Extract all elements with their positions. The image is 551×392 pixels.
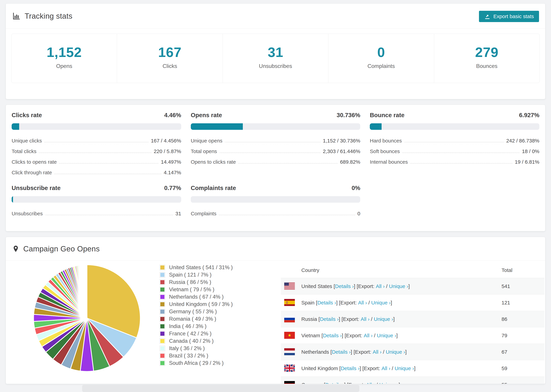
rate-head: Opens rate30.736% <box>191 112 360 119</box>
export-unique-link-vietnam[interactable]: Unique › <box>377 333 396 338</box>
legend-item-brazil[interactable]: Brazil ( 33 / 2% ) <box>160 352 233 359</box>
export-all-link-germany[interactable]: All › <box>366 382 375 384</box>
table-row-united-kingdom: United Kingdom [Details ›] [Export: All … <box>281 360 544 377</box>
dotted-leader <box>54 174 161 174</box>
export-unique-link-united-states[interactable]: Unique › <box>389 283 408 289</box>
stat-value: 1,152 <box>11 44 117 60</box>
total-header: Total <box>502 267 544 273</box>
legend-swatch <box>160 272 165 277</box>
details-link-netherlands[interactable]: Details › <box>332 349 351 355</box>
stat-label: Unsubscribes <box>223 63 328 69</box>
page: { "colors":{"accent":"#1a8da4","progress… <box>0 0 551 392</box>
horizontal-scrollbar-thumb[interactable] <box>82 385 359 392</box>
stat-value: 167 <box>117 44 222 60</box>
legend-item-india[interactable]: India ( 46 / 3% ) <box>160 322 233 330</box>
export-all-link-united-kingdom[interactable]: All › <box>381 365 390 371</box>
export-all-link-united-states[interactable]: All › <box>376 283 385 289</box>
export-all-link-spain[interactable]: All › <box>358 300 367 306</box>
rate-row-unique-clicks: Unique clicks167 / 4.456% <box>12 136 181 146</box>
details-link-russia[interactable]: Details › <box>320 316 339 322</box>
country-cell: Vietnam [Details ›] [Export: All › / Uni… <box>281 333 502 338</box>
rate-row-click-through-rate: Click through rate4.147% <box>12 168 181 178</box>
export-prefix-text: ] [Export: <box>336 300 358 306</box>
export-prefix-text: ] [Export: <box>339 316 360 322</box>
dotted-leader <box>238 163 338 163</box>
legend-item-romania[interactable]: Romania ( 49 / 3% ) <box>160 315 233 322</box>
bracket-text: [ <box>338 365 341 371</box>
progress-track <box>12 196 181 203</box>
country-cell: Germany [Details ›] [Export: All › / Uni… <box>281 382 502 384</box>
bracket-text: [ <box>322 382 325 384</box>
export-unique-link-russia[interactable]: Unique › <box>374 316 393 322</box>
rate-title: Unsubscribe rate <box>12 185 61 191</box>
legend-item-south-africa[interactable]: South Africa ( 29 / 2% ) <box>160 359 233 367</box>
flag-nl-icon <box>284 348 295 356</box>
legend-item-united-states[interactable]: United States ( 541 / 31% ) <box>160 264 233 271</box>
legend-item-netherlands[interactable]: Netherlands ( 67 / 4% ) <box>160 293 233 301</box>
rate-row-value: 689.82% <box>340 159 360 165</box>
legend-item-italy[interactable]: Italy ( 36 / 2% ) <box>160 345 233 352</box>
export-unique-link-germany[interactable]: Unique › <box>379 382 399 384</box>
legend-label: Canada ( 40 / 2% ) <box>169 338 213 344</box>
flag-gb-icon <box>284 365 295 372</box>
legend-item-vietnam[interactable]: Vietnam ( 79 / 5% ) <box>160 286 233 293</box>
rates-bottom: Unsubscribe rate0.77%Unsubscribes31Compl… <box>12 185 539 219</box>
legend-item-france[interactable]: France ( 42 / 2% ) <box>160 330 233 337</box>
details-link-united-kingdom[interactable]: Details › <box>341 365 360 371</box>
rate-row-opens-to-clicks-rate: Opens to clicks rate689.82% <box>191 157 360 168</box>
stat-box-bounces: 279Bounces <box>434 34 540 83</box>
total-cell: 67 <box>502 349 544 355</box>
legend-item-germany[interactable]: Germany ( 55 / 3% ) <box>160 308 233 315</box>
dotted-leader <box>45 215 173 215</box>
table-row-germany: Germany [Details ›] [Export: All › / Uni… <box>281 377 544 384</box>
details-link-spain[interactable]: Details › <box>317 300 336 306</box>
rate-row-value: 14.497% <box>161 159 181 165</box>
pie-slice-other-45[interactable] <box>87 265 87 318</box>
legend-swatch <box>160 324 165 329</box>
export-all-link-netherlands[interactable]: All › <box>373 349 381 355</box>
legend-label: Romania ( 49 / 3% ) <box>169 316 216 322</box>
tracking-stats-title: Tracking stats <box>25 12 72 20</box>
rate-block-unsubscribe-rate: Unsubscribe rate0.77%Unsubscribes31 <box>12 185 181 219</box>
export-prefix-text: ] [Export: <box>342 333 364 338</box>
slash-text: / <box>367 300 371 306</box>
legend-label: India ( 46 / 3% ) <box>169 323 206 329</box>
details-link-united-states[interactable]: Details › <box>335 283 354 289</box>
rate-row-unsubscribes: Unsubscribes31 <box>12 209 181 219</box>
export-basic-stats-button[interactable]: Export basic stats <box>479 11 539 22</box>
rate-row-label: Click through rate <box>12 170 52 175</box>
legend-item-canada[interactable]: Canada ( 40 / 2% ) <box>160 337 233 345</box>
rate-row-clicks-to-opens-rate: Clicks to opens rate14.497% <box>12 157 181 168</box>
legend-item-russia[interactable]: Russia ( 86 / 5% ) <box>160 279 233 286</box>
geo-header: Campaign Geo Opens <box>6 237 545 260</box>
export-unique-link-netherlands[interactable]: Unique › <box>386 349 405 355</box>
slash-text: / <box>385 283 389 289</box>
export-all-link-russia[interactable]: All › <box>361 316 370 322</box>
export-icon <box>484 13 491 20</box>
country-name: United Kingdom <box>301 365 338 371</box>
rate-row-value: 2,303 / 61.446% <box>323 148 360 154</box>
legend-label: Russia ( 86 / 5% ) <box>169 279 211 285</box>
details-link-vietnam[interactable]: Details › <box>323 333 342 338</box>
bracket-text: [ <box>320 333 323 338</box>
rate-row-label: Opens to clicks rate <box>191 159 236 165</box>
legend-item-spain[interactable]: Spain ( 121 / 7% ) <box>160 271 233 279</box>
progress-fill <box>191 123 243 130</box>
dotted-leader <box>410 163 512 163</box>
map-pin-icon <box>12 245 20 253</box>
geo-body: United States ( 541 / 31% )Spain ( 121 /… <box>6 261 545 384</box>
export-unique-link-spain[interactable]: Unique › <box>371 300 391 306</box>
progress-track <box>370 123 539 130</box>
progress-fill <box>370 123 381 130</box>
country-cell: Russia [Details ›] [Export: All › / Uniq… <box>281 316 502 322</box>
export-prefix-text: ] [Export: <box>351 349 373 355</box>
details-link-germany[interactable]: Details › <box>325 382 344 384</box>
rate-rows: Unique clicks167 / 4.456%Total clicks220… <box>12 136 181 178</box>
export-all-link-vietnam[interactable]: All › <box>364 333 373 338</box>
export-unique-link-united-kingdom[interactable]: Unique › <box>395 365 414 371</box>
country-name: Germany <box>301 382 322 384</box>
country-header: Country <box>281 267 502 273</box>
dotted-leader <box>225 142 320 142</box>
rate-value: 4.46% <box>164 112 181 119</box>
legend-item-united-kingdom[interactable]: United Kingdom ( 59 / 3% ) <box>160 301 233 308</box>
